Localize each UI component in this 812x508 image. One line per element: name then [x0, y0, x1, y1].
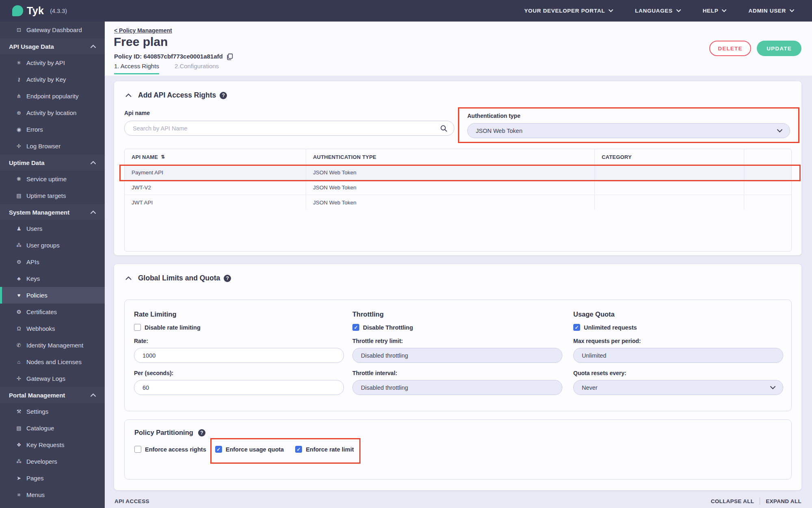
sidebar-section-api-usage-data[interactable]: API Usage Data	[0, 38, 105, 54]
unlimited-requests-checkbox[interactable]: ✓ Unlimited requests	[573, 324, 783, 331]
sidebar-item-user-groups[interactable]: ⁂ User groups	[0, 237, 105, 254]
sidebar-item-keys[interactable]: ♣ Keys	[0, 270, 105, 287]
sidebar-item-menus[interactable]: ≡ Menus	[0, 486, 105, 503]
disable-throttling-checkbox[interactable]: ✓ Disable Throttling	[352, 324, 562, 331]
policy-partitioning-header: Policy Partitioning ?	[134, 429, 205, 436]
catalogue-icon: ▤	[15, 425, 22, 431]
breadcrumb[interactable]: < Policy Management	[114, 27, 172, 34]
checkbox-label: Enforce rate limit	[306, 446, 354, 453]
checkbox-icon[interactable]: ✓	[295, 446, 302, 453]
tyk-logo-icon	[12, 5, 23, 16]
disabled-value: Disabled throttling	[361, 352, 408, 359]
tab-configurations[interactable]: 2.Configurations	[175, 63, 219, 74]
help-icon[interactable]: ?	[198, 429, 205, 436]
sidebar-item-log-browser[interactable]: ✢ Log Browser	[0, 138, 105, 154]
column-header-api-name[interactable]: API NAME ⇅	[125, 149, 306, 165]
nav-developer-portal[interactable]: YOUR DEVELOPER PORTAL	[524, 8, 613, 14]
quota-resets-select[interactable]: Never	[573, 380, 783, 395]
sidebar-item-key-requests[interactable]: ❖ Key Requests	[0, 436, 105, 453]
sidebar-item-service-uptime[interactable]: ❋ Service uptime	[0, 171, 105, 187]
checkbox-icon[interactable]: ✓	[134, 324, 141, 331]
collapse-section-icon[interactable]	[125, 276, 132, 280]
sidebar-item-label: Log Browser	[26, 143, 60, 150]
collapse-all-button[interactable]: COLLAPSE ALL	[711, 498, 754, 504]
sidebar-item-users[interactable]: ♟ Users	[0, 220, 105, 237]
auth-type-select[interactable]: JSON Web Token	[467, 123, 790, 138]
sidebar-item-apis[interactable]: ⚙ APIs	[0, 254, 105, 270]
throttle-retry-label: Throttle retry limit:	[352, 338, 562, 344]
sidebar-item-gateway-logs[interactable]: ✢ Gateway Logs	[0, 370, 105, 387]
nav-languages[interactable]: LANGUAGES	[635, 8, 681, 14]
tab-access-rights[interactable]: 1. Access Rights	[114, 63, 159, 74]
user-icon: ♟	[15, 226, 22, 232]
help-icon[interactable]: ?	[224, 275, 231, 282]
header-actions: DELETE UPDATE	[709, 41, 801, 56]
check-icon: ✓	[216, 447, 220, 452]
sidebar-item-developers[interactable]: ⁂ Developers	[0, 453, 105, 470]
copy-icon[interactable]	[226, 53, 233, 60]
sidebar-item-pages[interactable]: ➤ Pages	[0, 470, 105, 486]
table-row-payment-api[interactable]: Payment API JSON Web Token	[125, 165, 791, 180]
table-row-jwt-api[interactable]: JWT API JSON Web Token	[125, 195, 791, 210]
sidebar-item-policies[interactable]: ♥ Policies	[0, 287, 105, 304]
sidebar-item-gateway-dashboard[interactable]: ⊡ Gateway Dashboard	[0, 22, 105, 38]
fork-icon: ⋔	[15, 93, 22, 99]
cell-category	[595, 180, 744, 195]
enforce-rate-limit-checkbox[interactable]: ✓ Enforce rate limit	[295, 446, 354, 453]
quota-resets-label: Quota resets every:	[573, 370, 783, 376]
rate-limiting-column: Rate Limiting ✓ Disable rate limiting Ra…	[134, 310, 344, 395]
sort-icon[interactable]: ⇅	[161, 154, 165, 160]
rate-input[interactable]	[134, 348, 344, 363]
sidebar-section-system-management[interactable]: System Management	[0, 204, 105, 220]
sidebar-item-webhooks[interactable]: Ω Webhooks	[0, 320, 105, 337]
users-icon: ⁂	[15, 458, 22, 465]
sidebar-item-activity-by-location[interactable]: ⊕ Activity by location	[0, 104, 105, 121]
sidebar-item-settings[interactable]: ⚒ Settings	[0, 403, 105, 420]
sidebar-item-errors[interactable]: ◉ Errors	[0, 121, 105, 138]
cell-category	[595, 165, 744, 180]
sidebar-item-activity-by-api[interactable]: ✳ Activity by API	[0, 54, 105, 71]
sidebar-item-certificates[interactable]: ❂ Certificates	[0, 304, 105, 320]
card-header: Add API Access Rights ?	[125, 91, 227, 100]
sidebar-item-endpoint-popularity[interactable]: ⋔ Endpoint popularity	[0, 88, 105, 104]
nav-help[interactable]: HELP	[703, 8, 727, 14]
checkbox-icon[interactable]: ✓	[134, 446, 141, 453]
checkbox-icon[interactable]: ✓	[215, 446, 222, 453]
sidebar-item-activity-by-key[interactable]: ⚷ Activity by Key	[0, 71, 105, 88]
disable-rate-limiting-checkbox[interactable]: ✓ Disable rate limiting	[134, 324, 344, 331]
sidebar-item-identity-management[interactable]: ✆ Identity Management	[0, 337, 105, 354]
help-icon[interactable]: ?	[220, 92, 227, 99]
sidebar-item-label: Activity by location	[26, 109, 76, 116]
sidebar-item-label: Key Requests	[26, 441, 64, 448]
sidebar-item-uptime-targets[interactable]: ▤ Uptime targets	[0, 187, 105, 204]
search-icon[interactable]	[440, 125, 447, 134]
enforce-usage-quota-checkbox[interactable]: ✓ Enforce usage quota	[215, 446, 284, 453]
table-row-jwt-v2[interactable]: JWT-V2 JSON Web Token	[125, 180, 791, 195]
sidebar-section-uptime-data[interactable]: Uptime Data	[0, 154, 105, 171]
brand-name: Tyk	[27, 5, 44, 17]
tabs: 1. Access Rights 2.Configurations	[114, 63, 219, 74]
sidebar-item-label: Developers	[26, 458, 57, 465]
nav-admin-user[interactable]: ADMIN USER	[748, 8, 794, 14]
checkbox-label: Disable Throttling	[363, 324, 413, 331]
sidebar-section-portal-management[interactable]: Portal Management	[0, 387, 105, 403]
update-button[interactable]: UPDATE	[757, 41, 801, 56]
api-search-input[interactable]	[124, 121, 454, 136]
chevron-down-icon	[777, 129, 782, 132]
checkbox-label: Enforce access rights	[145, 446, 206, 453]
checkbox-icon[interactable]: ✓	[352, 324, 359, 331]
sidebar-item-catalogue[interactable]: ▤ Catalogue	[0, 420, 105, 436]
per-seconds-input[interactable]	[134, 380, 344, 395]
nav-label: HELP	[703, 8, 719, 14]
delete-button[interactable]: DELETE	[709, 41, 751, 56]
sidebar-item-nodes-and-licenses[interactable]: ⌂ Nodes and Licenses	[0, 354, 105, 370]
throttle-retry-input-disabled: Disabled throttling	[352, 348, 562, 363]
annotation-box-auth-type: Authentication type JSON Web Token	[458, 107, 799, 143]
enforce-access-rights-checkbox[interactable]: ✓ Enforce access rights	[134, 446, 206, 453]
auth-type-label: Authentication type	[467, 113, 790, 119]
api-access-table: API NAME ⇅ AUTHENTICATION TYPE CATEGORY …	[124, 149, 792, 252]
tyk-logo[interactable]: Tyk (4.3.3)	[12, 5, 67, 17]
collapse-section-icon[interactable]	[125, 93, 132, 97]
checkbox-icon[interactable]: ✓	[573, 324, 580, 331]
expand-all-button[interactable]: EXPAND ALL	[766, 498, 801, 504]
